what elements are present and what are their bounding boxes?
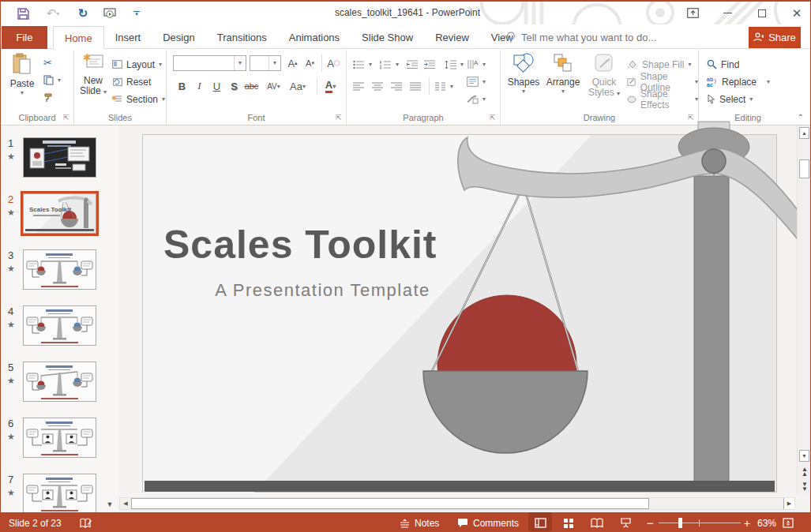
increase-font-size-button[interactable]: A▴ bbox=[285, 55, 300, 71]
slide-thumbnail-4[interactable] bbox=[23, 305, 96, 346]
increase-indent-button[interactable] bbox=[424, 56, 435, 73]
clipboard-dialog-launcher-icon[interactable]: ⇱ bbox=[63, 114, 71, 122]
tab-file[interactable]: File bbox=[2, 26, 47, 49]
scroll-right-icon[interactable]: ▶ bbox=[783, 498, 794, 509]
tell-me-box[interactable]: Tell me what you want to do... bbox=[506, 26, 656, 49]
scroll-up-icon[interactable]: ▲ bbox=[799, 127, 809, 139]
change-case-button[interactable]: Aa▾ bbox=[290, 78, 306, 94]
zoom-slider-handle[interactable] bbox=[678, 518, 682, 528]
zoom-slider-track[interactable] bbox=[659, 523, 741, 523]
previous-slide-icon[interactable]: ▲▲ bbox=[800, 467, 809, 478]
numbering-button[interactable]: ▾ bbox=[380, 56, 399, 73]
horizontal-scroll-track[interactable]: ◀ ▶ bbox=[119, 497, 795, 510]
comments-button[interactable]: Comments bbox=[457, 512, 519, 532]
tab-home[interactable]: Home bbox=[53, 26, 104, 49]
slide-show-button[interactable] bbox=[614, 512, 637, 532]
customize-qat-icon[interactable]: ▾ bbox=[129, 6, 145, 21]
slide-subtitle-text[interactable]: A Presentation Template bbox=[167, 280, 479, 301]
zoom-out-button[interactable]: − bbox=[647, 512, 654, 532]
slide-canvas[interactable]: Scales Toolkit A Presentation Template bbox=[142, 134, 777, 493]
font-color-button[interactable]: A▾ bbox=[323, 78, 338, 94]
new-slide-button[interactable]: ✱ New Slide ▾ bbox=[78, 53, 108, 97]
slide-thumbnail-1[interactable] bbox=[23, 137, 96, 178]
undo-icon[interactable]: ↶▾ bbox=[42, 6, 64, 21]
scroll-down-icon[interactable]: ▼ bbox=[799, 450, 809, 462]
align-left-button[interactable] bbox=[353, 78, 364, 95]
cut-button[interactable]: ✂ bbox=[43, 54, 52, 71]
tab-animations[interactable]: Animations bbox=[278, 26, 351, 49]
font-dialog-launcher-icon[interactable]: ⇱ bbox=[336, 114, 344, 122]
next-slide-icon[interactable]: ▼▼ bbox=[800, 482, 809, 493]
tab-design[interactable]: Design bbox=[152, 26, 205, 49]
zoom-in-button[interactable]: + bbox=[744, 512, 750, 532]
character-spacing-button[interactable]: AV▾ bbox=[266, 78, 281, 94]
clear-formatting-button[interactable]: A⬡ bbox=[326, 55, 341, 71]
spell-check-icon[interactable] bbox=[80, 512, 92, 532]
replace-button[interactable]: abac Replace▾ bbox=[707, 73, 770, 90]
reset-button[interactable]: Reset bbox=[112, 73, 151, 90]
maximize-icon[interactable] bbox=[755, 6, 769, 21]
justify-button[interactable] bbox=[410, 78, 421, 95]
slide-title-text[interactable]: Scales Toolkit bbox=[163, 222, 637, 268]
copy-button[interactable]: ▾ bbox=[43, 72, 61, 88]
underline-button[interactable]: U bbox=[209, 78, 224, 94]
decrease-font-size-button[interactable]: A▾ bbox=[302, 55, 317, 71]
slide-thumbnail-7[interactable] bbox=[23, 474, 96, 512]
close-icon[interactable]: ✕ bbox=[790, 6, 804, 21]
font-name-dropdown-icon[interactable]: ▾ bbox=[234, 56, 246, 70]
tab-review[interactable]: Review bbox=[424, 26, 480, 49]
columns-button[interactable]: ▾ bbox=[435, 78, 453, 95]
horizontal-scroll-thumb[interactable] bbox=[131, 498, 649, 509]
tab-transitions[interactable]: Transitions bbox=[206, 26, 278, 49]
select-button[interactable]: Select▾ bbox=[707, 91, 753, 107]
align-right-button[interactable] bbox=[391, 78, 402, 95]
decrease-indent-button[interactable] bbox=[407, 56, 418, 73]
repeat-icon[interactable]: ↻ bbox=[75, 6, 91, 21]
shape-effects-button[interactable]: Shape Effects▾ bbox=[627, 91, 698, 107]
vertical-scrollbar[interactable]: ▲ ▼ ▲▲ ▼▼ bbox=[797, 126, 810, 495]
slide-thumbnail-5[interactable] bbox=[23, 362, 96, 402]
arrange-button[interactable]: Arrange ▾ bbox=[544, 53, 582, 95]
zoom-level[interactable]: 63% bbox=[757, 512, 776, 532]
notes-button[interactable]: Notes bbox=[400, 512, 439, 532]
strikethrough-button[interactable]: abc bbox=[244, 78, 259, 94]
fit-slide-to-window-button[interactable] bbox=[783, 512, 794, 532]
ribbon-display-options-icon[interactable] bbox=[685, 6, 700, 21]
save-icon[interactable] bbox=[15, 6, 31, 21]
vertical-scroll-thumb[interactable] bbox=[799, 159, 809, 178]
tab-slide-show[interactable]: Slide Show bbox=[351, 26, 424, 49]
find-button[interactable]: Find bbox=[707, 56, 739, 73]
quick-styles-button[interactable]: Quick Styles ▾ bbox=[584, 53, 624, 99]
scroll-left-icon[interactable]: ◀ bbox=[120, 498, 131, 509]
collapse-ribbon-icon[interactable]: ⌃ bbox=[798, 113, 804, 122]
text-shadow-button[interactable]: S bbox=[227, 78, 242, 94]
italic-button[interactable]: I bbox=[192, 78, 207, 94]
slide-sorter-view-button[interactable] bbox=[557, 512, 580, 532]
paste-dropdown-icon[interactable]: ▾ bbox=[6, 89, 39, 96]
align-text-button[interactable]: ▾ bbox=[467, 73, 486, 90]
bold-button[interactable]: B bbox=[175, 78, 190, 94]
minimize-icon[interactable] bbox=[720, 6, 734, 21]
normal-view-button[interactable] bbox=[528, 512, 552, 532]
panel-scroll-down-icon[interactable]: ▼ bbox=[103, 498, 116, 511]
shapes-button[interactable]: Shapes ▾ bbox=[505, 53, 542, 95]
share-button[interactable]: Share bbox=[749, 27, 801, 48]
slide-indicator[interactable]: Slide 2 of 23 bbox=[9, 512, 62, 532]
font-size-combobox[interactable]: ▾ bbox=[250, 55, 281, 71]
slide-thumbnail-2-selected[interactable]: Scales Toolkit bbox=[23, 193, 96, 234]
slide-thumbnail-6[interactable] bbox=[23, 418, 96, 458]
font-name-combobox[interactable]: ▾ bbox=[173, 55, 246, 71]
reading-view-button[interactable] bbox=[585, 512, 609, 532]
horizontal-scrollbar[interactable]: ◀ ▶ bbox=[118, 495, 797, 512]
paste-button[interactable]: Paste ▾ bbox=[6, 53, 39, 96]
font-size-dropdown-icon[interactable]: ▾ bbox=[268, 56, 280, 70]
paragraph-dialog-launcher-icon[interactable]: ⇱ bbox=[490, 114, 497, 122]
convert-smartart-button[interactable]: ▾ bbox=[467, 91, 486, 107]
bullets-button[interactable]: ▾ bbox=[353, 56, 372, 73]
layout-button[interactable]: Layout▾ bbox=[112, 56, 162, 73]
section-button[interactable]: ✱ Section▾ bbox=[112, 91, 165, 107]
slide-thumbnail-3[interactable] bbox=[23, 249, 96, 290]
line-spacing-button[interactable]: ▾ bbox=[445, 56, 464, 73]
align-center-button[interactable] bbox=[372, 78, 383, 95]
text-direction-button[interactable]: A▾ bbox=[467, 56, 486, 73]
